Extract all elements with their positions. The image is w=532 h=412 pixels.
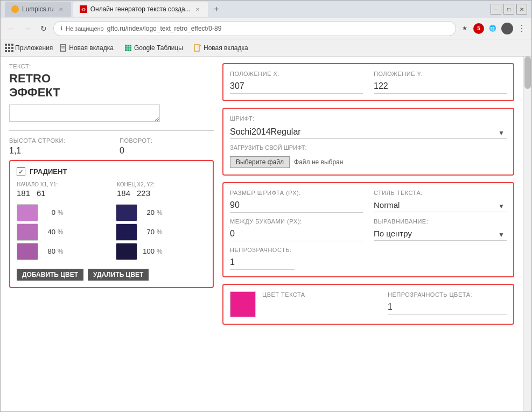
left-percent-sign-2: % bbox=[58, 248, 64, 255]
page-icon-1 bbox=[59, 44, 67, 52]
left-swatch-0[interactable] bbox=[17, 204, 38, 221]
new-tab-button[interactable]: + bbox=[210, 3, 223, 16]
bookmark-star-icon[interactable]: ★ bbox=[459, 23, 470, 34]
left-colors-col: 0 % 40 % 80 % bbox=[17, 202, 107, 262]
gradient-buttons: ДОБАВИТЬ ЦВЕТ УДАЛИТЬ ЦВЕТ bbox=[17, 269, 206, 281]
left-color-row-2: 80 % bbox=[17, 243, 107, 260]
gradient-header: ✓ ГРАДИЕНТ bbox=[17, 167, 206, 176]
color-opacity-input[interactable] bbox=[388, 300, 507, 315]
bookmark-new-tab-1-label: Новая вкладка bbox=[69, 44, 114, 52]
rotation-label: ПОВОРОТ: bbox=[120, 137, 214, 144]
profile-icon[interactable] bbox=[501, 23, 513, 34]
back-button[interactable]: ← bbox=[5, 22, 18, 35]
gradient-checkbox[interactable]: ✓ bbox=[17, 167, 25, 176]
apps-label: Приложения bbox=[15, 44, 53, 52]
bookmark-sheets-label: Google Таблицы bbox=[134, 44, 183, 52]
gradient-title: ГРАДИЕНТ bbox=[30, 167, 67, 176]
title-bar: Lumpics.ru ✕ @ Онлайн генератор текста с… bbox=[1, 1, 531, 18]
tab-icon-generator: @ bbox=[80, 5, 87, 13]
right-swatch-1[interactable] bbox=[116, 224, 137, 241]
address-bar: ← → ↻ ℹ Не защищено gfto.ru/index/logo_t… bbox=[1, 18, 531, 39]
refresh-button[interactable]: ↻ bbox=[37, 22, 50, 35]
position-box: ПОЛОЖЕНИЕ X: ПОЛОЖЕНИЕ Y: bbox=[222, 63, 514, 101]
text-line2: ЭФФЕКТ bbox=[9, 86, 60, 99]
close-button[interactable]: ✕ bbox=[516, 4, 527, 15]
style-label: СТИЛЬ ТЕКСТА: bbox=[374, 190, 507, 196]
text-color-box: ЦВЕТ ТЕКСТА НЕПРОЗРАЧНОСТЬ ЦВЕТА: bbox=[222, 284, 514, 325]
between-input[interactable] bbox=[230, 227, 363, 241]
bookmark-new-tab-2[interactable]: Новая вкладка bbox=[190, 43, 253, 53]
upload-row: Выберите файл Файл не выбран bbox=[230, 156, 507, 168]
page-content: ТЕКСТ: RETRO ЭФФЕКТ ВЫСОТА СТРОКИ: 1,1 П… bbox=[1, 57, 531, 411]
font-label: ШРИФТ: bbox=[230, 115, 507, 122]
menu-icon[interactable]: ⋮ bbox=[516, 23, 527, 34]
gradient-box: ✓ ГРАДИЕНТ НАЧАЛО X1, Y1: 181 61 КОН bbox=[9, 160, 214, 288]
browser-window: Lumpics.ru ✕ @ Онлайн генератор текста с… bbox=[0, 0, 532, 412]
style-group: СТИЛЬ ТЕКСТА: Normal Bold Italic ▼ bbox=[374, 190, 507, 213]
page-icon-2 bbox=[194, 44, 201, 52]
scrollbar-thumb[interactable] bbox=[524, 57, 531, 89]
file-chooser-button[interactable]: Выберите файл bbox=[230, 156, 290, 168]
tab-label-generator: Онлайн генератор текста созда... bbox=[90, 5, 191, 13]
font-select[interactable]: Sochi2014Regular Arial Times New Roman bbox=[230, 125, 507, 139]
style-select[interactable]: Normal Bold Italic bbox=[374, 198, 507, 212]
tab-label-lumpics: Lumpics.ru bbox=[22, 5, 54, 13]
right-color-row-0: 20 % bbox=[116, 204, 206, 221]
font-size-input[interactable] bbox=[230, 198, 363, 213]
text-input[interactable] bbox=[9, 104, 160, 122]
end-values: 184 223 bbox=[117, 188, 206, 198]
color-text-info: ЦВЕТ ТЕКСТА bbox=[262, 291, 381, 300]
address-icons: ★ 5 🌐 ⋮ bbox=[459, 23, 527, 34]
pos-x-input[interactable] bbox=[230, 79, 363, 94]
height-rotation-row: ВЫСОТА СТРОКИ: 1,1 ПОВОРОТ: 0 bbox=[9, 137, 214, 156]
between-align-row: МЕЖДУ БУКВАМИ (PX): ВЫРАВНИВАНИЕ: По цен… bbox=[230, 218, 507, 241]
right-swatch-0[interactable] bbox=[116, 204, 137, 221]
remove-color-button[interactable]: УДАЛИТЬ ЦВЕТ bbox=[88, 269, 149, 281]
tab-close-lumpics[interactable]: ✕ bbox=[57, 6, 65, 13]
right-percent-sign-1: % bbox=[157, 228, 163, 236]
right-swatch-2[interactable] bbox=[116, 243, 137, 260]
bookmarks-bar: Приложения Новая вкладка Google Таблицы … bbox=[1, 39, 531, 57]
left-panel: ТЕКСТ: RETRO ЭФФЕКТ ВЫСОТА СТРОКИ: 1,1 П… bbox=[9, 63, 214, 405]
align-label: ВЫРАВНИВАНИЕ: bbox=[374, 218, 507, 225]
bookmark-sheets[interactable]: Google Таблицы bbox=[120, 43, 187, 53]
left-percent-sign-1: % bbox=[58, 228, 64, 236]
rotation-group: ПОВОРОТ: 0 bbox=[120, 137, 214, 156]
forward-button[interactable]: → bbox=[21, 22, 34, 35]
pos-x-group: ПОЛОЖЕНИЕ X: bbox=[230, 71, 363, 94]
tab-close-generator[interactable]: ✕ bbox=[194, 6, 201, 13]
address-input[interactable]: ℹ Не защищено gfto.ru/index/logo_text_re… bbox=[53, 21, 456, 36]
right-color-row-1: 70 % bbox=[116, 224, 206, 241]
extension-icon-2[interactable]: 🌐 bbox=[487, 23, 498, 34]
pos-y-label: ПОЛОЖЕНИЕ Y: bbox=[374, 71, 507, 77]
end-y: 223 bbox=[137, 188, 150, 198]
minimize-button[interactable]: – bbox=[491, 4, 501, 15]
restore-button[interactable]: □ bbox=[503, 4, 514, 15]
text-color-label: ЦВЕТ ТЕКСТА bbox=[262, 291, 381, 298]
pos-y-group: ПОЛОЖЕНИЕ Y: bbox=[374, 71, 507, 94]
between-label: МЕЖДУ БУКВАМИ (PX): bbox=[230, 218, 363, 225]
text-color-swatch[interactable] bbox=[230, 291, 256, 317]
color-opacity-group: НЕПРОЗРАЧНОСТЬ ЦВЕТА: bbox=[388, 291, 507, 315]
bookmark-new-tab-1[interactable]: Новая вкладка bbox=[55, 43, 118, 53]
url-text: gfto.ru/index/logo_text_retro_effect/0-8… bbox=[107, 25, 222, 32]
extension-icon-1[interactable]: 5 bbox=[473, 23, 484, 34]
add-color-button[interactable]: ДОБАВИТЬ ЦВЕТ bbox=[17, 269, 83, 281]
gradient-colors: 0 % 40 % 80 % bbox=[17, 202, 206, 262]
tab-lumpics[interactable]: Lumpics.ru ✕ bbox=[5, 2, 71, 17]
pos-y-input[interactable] bbox=[374, 79, 507, 94]
tab-generator[interactable]: @ Онлайн генератор текста созда... ✕ bbox=[73, 2, 208, 17]
apps-button[interactable]: Приложения bbox=[5, 44, 53, 52]
height-group: ВЫСОТА СТРОКИ: 1,1 bbox=[9, 137, 103, 156]
start-label: НАЧАЛО X1, Y1: bbox=[17, 181, 106, 187]
left-swatch-1[interactable] bbox=[17, 224, 38, 241]
right-percent-1: 70 bbox=[139, 228, 155, 236]
opacity-input[interactable] bbox=[230, 255, 295, 270]
scrollbar[interactable] bbox=[523, 57, 531, 411]
left-swatch-2[interactable] bbox=[17, 243, 38, 260]
pos-x-label: ПОЛОЖЕНИЕ X: bbox=[230, 71, 363, 77]
align-select[interactable]: По центру По левому краю По правому краю bbox=[374, 227, 507, 241]
left-percent-2: 80 bbox=[40, 247, 55, 255]
text-label: ТЕКСТ: bbox=[9, 63, 214, 69]
font-select-wrap: Sochi2014Regular Arial Times New Roman ▼ bbox=[230, 125, 507, 139]
